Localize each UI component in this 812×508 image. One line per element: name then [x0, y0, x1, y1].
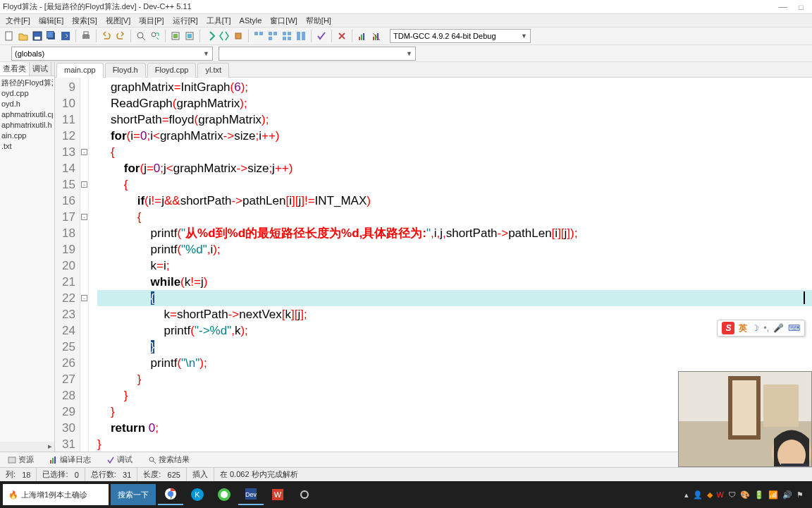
- taskbar-search-button[interactable]: 搜索一下: [111, 484, 156, 505]
- devcpp-icon[interactable]: Dev: [238, 484, 264, 505]
- wps-icon[interactable]: W: [265, 484, 290, 505]
- rebuild-icon[interactable]: [218, 30, 230, 42]
- save-icon[interactable]: [31, 30, 44, 42]
- btab-search-results[interactable]: 搜索结果: [143, 452, 195, 467]
- svg-rect-55: [763, 385, 799, 427]
- file-tab[interactable]: yl.txt: [197, 63, 229, 78]
- svg-rect-15: [235, 33, 241, 39]
- menu-item[interactable]: 工具[T]: [202, 16, 235, 26]
- menu-item[interactable]: 文件[F]: [1, 16, 35, 26]
- run-icon[interactable]: [183, 30, 196, 42]
- print-icon[interactable]: [80, 30, 92, 42]
- ime-keyboard-icon[interactable]: ⌨: [788, 323, 800, 333]
- redo-icon[interactable]: [114, 30, 127, 42]
- tree-file[interactable]: ain.cpp: [1, 131, 53, 141]
- grid3-icon[interactable]: [281, 30, 293, 42]
- svg-point-8: [137, 32, 143, 38]
- tree-file[interactable]: aphmatrixutil.cp: [1, 109, 53, 120]
- sogou-icon[interactable]: S: [722, 322, 734, 334]
- ime-mic-icon[interactable]: 🎤: [773, 323, 784, 333]
- ime-comma-icon[interactable]: •,: [763, 323, 769, 333]
- fold-marker[interactable]: -: [81, 214, 87, 220]
- tray-shield-icon[interactable]: 🛡: [728, 490, 736, 499]
- tray-people-icon[interactable]: 👤: [693, 490, 703, 500]
- close-icon[interactable]: [336, 30, 348, 42]
- search-icon[interactable]: [135, 30, 147, 42]
- grid1-icon[interactable]: [252, 30, 265, 42]
- panel-h-scrollbar[interactable]: ▸: [0, 442, 54, 452]
- menu-item[interactable]: 搜索[S]: [68, 16, 101, 26]
- file-tab[interactable]: Floyd.h: [105, 63, 146, 78]
- app1-icon[interactable]: K: [185, 484, 210, 505]
- taskbar-search-input[interactable]: 🔥上海增1例本土确诊: [3, 484, 109, 505]
- tree-root[interactable]: 路径的Floyd算法: [1, 78, 53, 88]
- replace-icon[interactable]: [149, 30, 161, 42]
- check-icon[interactable]: [315, 30, 328, 42]
- tray-flag-icon[interactable]: ⚑: [796, 490, 804, 500]
- svg-rect-7: [84, 32, 88, 35]
- menu-item[interactable]: 项目[P]: [135, 16, 168, 26]
- system-tray[interactable]: ▴ 👤 ◆ W 🛡 🎨 🔋 📶 🔊 ⚑: [684, 490, 809, 500]
- tree-file[interactable]: oyd.h: [1, 99, 53, 109]
- tree-file[interactable]: aphmatrixutil.h: [1, 120, 53, 131]
- new-file-icon[interactable]: [3, 30, 16, 42]
- window-titlebar: Floyd算法 - [最短路径的Floyd算法.dev] - Dev-C++ 5…: [0, 0, 812, 14]
- chrome-icon[interactable]: [158, 484, 183, 505]
- tray-palette-icon[interactable]: 🎨: [740, 490, 750, 500]
- trash-icon[interactable]: [370, 30, 383, 42]
- tray-w-icon[interactable]: W: [717, 490, 724, 499]
- menu-item[interactable]: 窗口[W]: [266, 16, 302, 26]
- menu-item[interactable]: 视图[V]: [102, 16, 135, 26]
- obs-icon[interactable]: [292, 484, 317, 505]
- undo-icon[interactable]: [100, 30, 113, 42]
- member-combo[interactable]: ▼: [219, 47, 416, 61]
- save-all-icon[interactable]: [45, 30, 58, 42]
- menu-item[interactable]: 编辑[E]: [35, 16, 68, 26]
- fold-marker[interactable]: -: [81, 295, 87, 301]
- grid2-icon[interactable]: [266, 30, 279, 42]
- file-tab[interactable]: main.cpp: [56, 63, 104, 78]
- debug-icon[interactable]: [232, 30, 245, 42]
- compiler-combo[interactable]: TDM-GCC 4.9.2 64-bit Debug▼: [390, 29, 531, 43]
- btab-debug[interactable]: 调试: [102, 452, 137, 467]
- menu-item[interactable]: 运行[R]: [168, 16, 202, 26]
- scope-combo[interactable]: (globals)▼: [11, 47, 213, 61]
- fold-column[interactable]: ----: [80, 78, 89, 452]
- browser-icon[interactable]: [211, 484, 237, 505]
- tray-battery-icon[interactable]: 🔋: [754, 490, 764, 500]
- save-as-icon[interactable]: [59, 30, 72, 42]
- fold-marker[interactable]: -: [81, 181, 87, 188]
- file-tab[interactable]: Floyd.cpp: [147, 63, 197, 78]
- ime-lang[interactable]: 英: [739, 322, 747, 334]
- taskbar: 🔥上海增1例本土确诊 搜索一下 K Dev W ▴ 👤 ◆ W 🛡 🎨 🔋 📶 …: [0, 481, 812, 508]
- compile-icon[interactable]: [169, 30, 182, 42]
- svg-rect-12: [173, 34, 178, 38]
- tab-debug[interactable]: 调试: [30, 62, 51, 75]
- project-tree[interactable]: 路径的Floyd算法 oyd.cppoyd.haphmatrixutil.cpa…: [0, 76, 54, 153]
- svg-rect-18: [269, 32, 272, 35]
- svg-rect-35: [52, 458, 54, 464]
- ime-moon-icon[interactable]: ☽: [751, 323, 759, 333]
- tray-volume-icon[interactable]: 🔊: [782, 490, 792, 500]
- open-file-icon[interactable]: [17, 30, 30, 42]
- menu-item[interactable]: 帮助[H]: [302, 16, 336, 26]
- ime-toolbar[interactable]: S 英 ☽ •, 🎤 ⌨: [717, 320, 805, 337]
- fold-marker[interactable]: -: [81, 149, 87, 155]
- chart-icon[interactable]: [356, 30, 369, 42]
- tray-up-icon[interactable]: ▴: [684, 490, 689, 500]
- tray-wifi-icon[interactable]: 📶: [768, 490, 778, 500]
- maximize-icon[interactable]: □: [793, 3, 809, 11]
- tray-orange-icon[interactable]: ◆: [707, 490, 713, 500]
- tree-file[interactable]: .txt: [1, 141, 53, 152]
- compile-run-icon[interactable]: [204, 30, 216, 42]
- btab-compile-log[interactable]: 编译日志: [44, 452, 96, 467]
- menu-item[interactable]: AStyle: [235, 16, 266, 25]
- status-col: 列: 18: [0, 468, 37, 481]
- tab-class-view[interactable]: 查看类: [0, 62, 30, 75]
- svg-rect-22: [288, 32, 291, 35]
- tree-file[interactable]: oyd.cpp: [1, 88, 53, 99]
- btab-resources[interactable]: 资源: [3, 452, 39, 467]
- status-length: 长度: 625: [137, 468, 187, 481]
- grid4-icon[interactable]: [295, 30, 307, 42]
- minimize-icon[interactable]: —: [773, 1, 793, 12]
